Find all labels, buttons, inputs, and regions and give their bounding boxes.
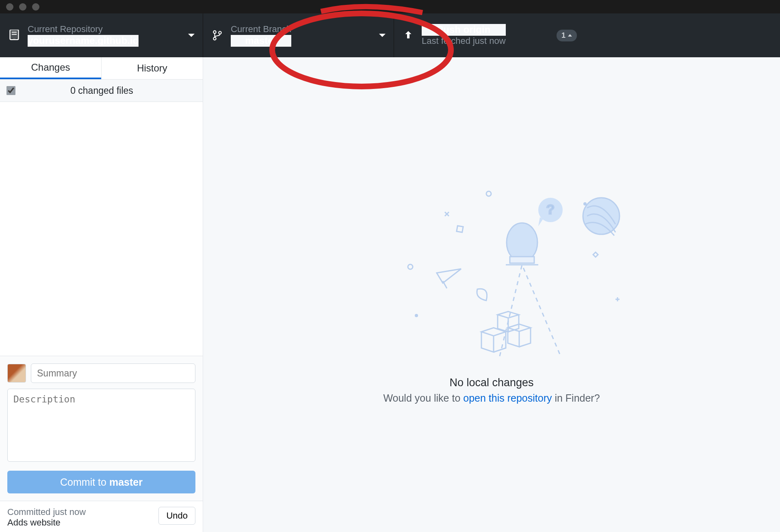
sidebar-tabs: Changes History	[0, 57, 203, 80]
tab-changes[interactable]: Changes	[0, 57, 101, 79]
svg-point-7	[415, 314, 418, 317]
svg-point-3	[213, 31, 216, 34]
undo-button[interactable]: Undo	[158, 507, 195, 525]
changed-files-header: 0 changed files	[0, 80, 203, 102]
empty-state-illustration: ?	[360, 186, 624, 360]
commit-description-input[interactable]	[7, 389, 195, 462]
tab-history[interactable]: History	[101, 57, 203, 79]
current-repository-label: Current Repository	[28, 24, 139, 35]
main-content: ? No local changes Would you like to ope…	[203, 57, 780, 532]
ahead-count-badge: 1	[557, 30, 577, 41]
push-origin-status: Last fetched just now	[422, 36, 506, 46]
close-window-icon[interactable]	[6, 3, 13, 11]
commit-form: Commit to master	[0, 356, 203, 501]
select-all-checkbox[interactable]	[6, 86, 15, 95]
upload-arrow-icon	[402, 29, 414, 41]
minimize-window-icon[interactable]	[19, 3, 26, 11]
zoom-window-icon[interactable]	[32, 3, 39, 11]
branch-icon	[211, 29, 223, 41]
svg-point-10	[408, 264, 413, 269]
svg-rect-9	[457, 225, 463, 232]
chevron-down-icon	[379, 34, 386, 37]
current-branch-selector[interactable]: Current Branch master	[203, 13, 394, 57]
ahead-count: 1	[561, 31, 566, 40]
svg-rect-2	[12, 34, 17, 35]
current-branch-name: master	[231, 35, 291, 47]
sidebar: Changes History 0 changed files Commit t…	[0, 57, 203, 532]
commit-button[interactable]: Commit to master	[7, 471, 195, 493]
open-repository-link[interactable]: open this repository	[463, 392, 552, 404]
svg-point-4	[213, 37, 216, 40]
push-origin-label: Push origin	[422, 24, 506, 36]
push-origin-button[interactable]: Push origin Last fetched just now 1	[394, 13, 585, 57]
recent-commit-message: Adds website	[7, 517, 86, 528]
recent-commit-time: Committed just now	[7, 507, 86, 517]
svg-point-11	[486, 191, 491, 196]
changed-files-count: 0 changed files	[70, 85, 133, 96]
current-repository-name: yourusername.github.io	[28, 35, 139, 47]
empty-state-title: No local changes	[449, 376, 533, 389]
current-branch-label: Current Branch	[231, 24, 291, 35]
window-traffic-lights[interactable]	[6, 3, 39, 11]
window-titlebar	[0, 0, 780, 13]
recent-commit: Committed just now Adds website Undo	[0, 501, 203, 532]
svg-text:?: ?	[546, 201, 555, 217]
app-toolbar: Current Repository yourusername.github.i…	[0, 13, 780, 57]
commit-summary-input[interactable]	[31, 363, 195, 383]
svg-rect-1	[12, 32, 17, 32]
svg-point-5	[219, 31, 221, 34]
chevron-down-icon	[188, 34, 195, 37]
current-repository-selector[interactable]: Current Repository yourusername.github.i…	[0, 13, 203, 57]
empty-state-subtitle: Would you like to open this repository i…	[383, 392, 600, 404]
avatar	[7, 364, 26, 383]
repo-icon	[8, 29, 20, 41]
up-arrow-mini-icon	[568, 34, 572, 37]
